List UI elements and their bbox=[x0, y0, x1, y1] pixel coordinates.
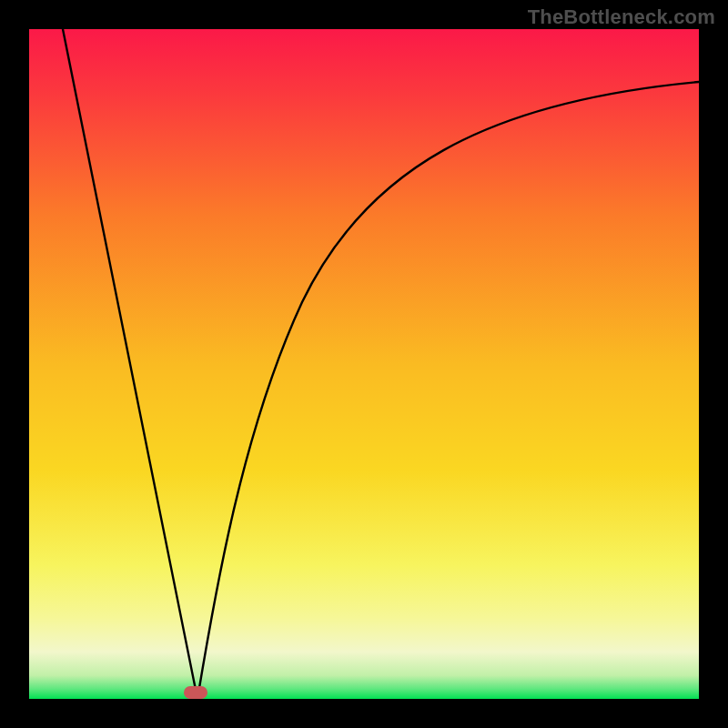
optimal-marker bbox=[184, 686, 207, 699]
background-gradient bbox=[29, 29, 699, 699]
svg-rect-0 bbox=[29, 29, 699, 699]
plot-area bbox=[29, 29, 699, 699]
watermark-text: TheBottleneck.com bbox=[528, 5, 715, 29]
